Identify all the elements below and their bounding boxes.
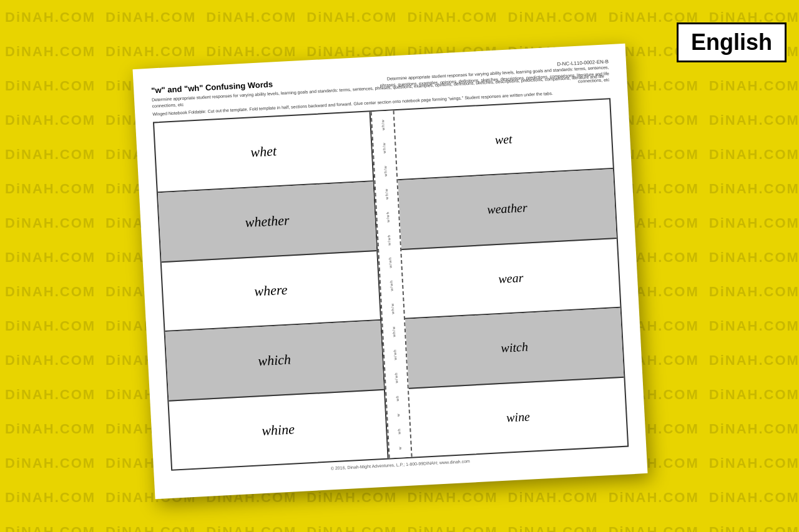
right-cell-3-text: witch (501, 340, 528, 355)
document-paper: D-NC-L110-0002-EN-B Determine appropriat… (132, 44, 647, 499)
left-cell-4-text: whine (262, 421, 295, 439)
right-cell-3: witch (405, 308, 624, 389)
left-cell-1: whether (158, 181, 376, 262)
strip-label-2: wh/w (383, 165, 388, 177)
right-cell-0: wet (395, 100, 613, 180)
strip-label-1: wh/w (382, 142, 387, 153)
left-cell-3-text: which (258, 352, 292, 370)
strip-label-0: wh/w (381, 119, 386, 130)
strip-label-4: w/wh (386, 211, 391, 223)
strip-label-6: w/wh (388, 257, 393, 268)
strip-label-11: w/wh (394, 372, 399, 384)
strip-label-5: w/wh (387, 234, 392, 245)
right-cell-0-text: wet (494, 132, 512, 147)
right-section: wet weather wear witch wine (395, 100, 628, 457)
left-cell-2: where (162, 251, 380, 332)
left-cell-0: whet (154, 112, 373, 193)
right-cell-4: wine (409, 377, 627, 457)
strip-label-3: wh/w (385, 188, 390, 200)
notebook-grid: whet whether where which whine wh/w (153, 99, 629, 472)
right-cell-1-text: weather (487, 201, 528, 217)
strip-label-12: wh (395, 395, 400, 401)
left-cell-0-text: whet (250, 143, 277, 160)
document-inner: D-NC-L110-0002-EN-B Determine appropriat… (151, 62, 630, 491)
english-label-text: English (691, 29, 772, 55)
strip-label-13: w (396, 413, 401, 417)
right-cell-2-text: wear (498, 271, 524, 286)
strip-label-8: wh/w (390, 303, 395, 314)
left-section: whet whether where which whine (154, 112, 389, 470)
strip-label-7: w/wh (389, 280, 394, 291)
left-cell-2-text: where (254, 282, 288, 300)
left-cell-4: whine (169, 390, 387, 470)
left-cell-1-text: whether (245, 212, 290, 231)
left-cell-3: which (165, 321, 384, 401)
right-cell-2: wear (401, 239, 620, 319)
english-label: English (677, 22, 787, 62)
right-cell-1: weather (398, 169, 616, 249)
strip-label-9: wh/w (391, 326, 396, 337)
strip-label-15: w (398, 447, 402, 450)
right-cell-4-text: wine (506, 410, 531, 425)
strip-label-14: wh (397, 428, 401, 435)
strip-label-10: w/wh (393, 349, 398, 360)
